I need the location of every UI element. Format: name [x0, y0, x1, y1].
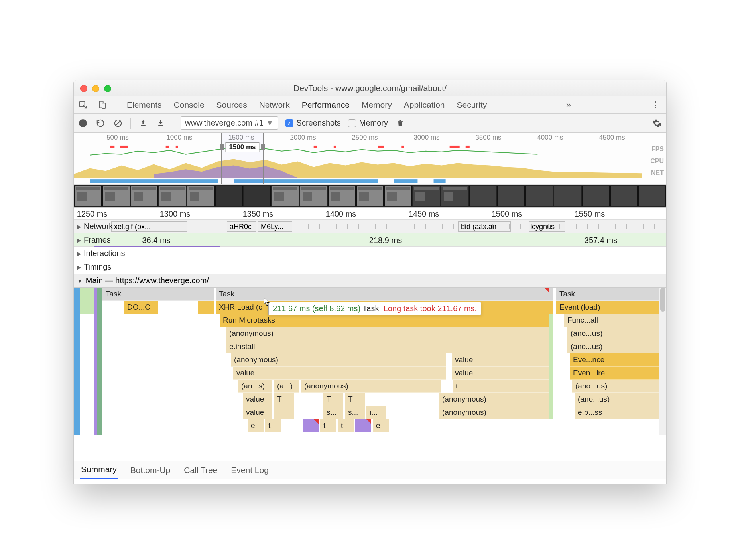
- network-item[interactable]: aHR0c: [227, 221, 256, 232]
- tab-elements[interactable]: Elements: [125, 100, 163, 110]
- inspect-icon[interactable]: [78, 100, 88, 110]
- trash-icon[interactable]: [395, 118, 405, 128]
- flame-task[interactable]: Task: [102, 288, 198, 301]
- filmstrip-thumb[interactable]: [244, 186, 271, 206]
- filmstrip-thumb[interactable]: [159, 186, 186, 206]
- filmstrip-thumb[interactable]: [469, 186, 497, 206]
- menu-icon[interactable]: ⋮: [649, 100, 662, 110]
- tab-network[interactable]: Network: [258, 100, 291, 110]
- filmstrip-thumb[interactable]: [356, 186, 384, 206]
- filmstrip-thumb[interactable]: [497, 186, 525, 206]
- frame-block[interactable]: 218.9 ms: [218, 235, 553, 245]
- flame-block[interactable]: t: [453, 380, 549, 393]
- tab-application[interactable]: Application: [402, 100, 447, 110]
- interactions-track[interactable]: ▶ Interactions: [74, 247, 666, 260]
- flame-block[interactable]: (anonymous): [231, 353, 446, 367]
- tab-call-tree[interactable]: Call Tree: [183, 461, 218, 479]
- flame-block[interactable]: T: [345, 393, 365, 406]
- maximize-icon[interactable]: [104, 85, 111, 92]
- flame-block[interactable]: (anonymous): [226, 327, 549, 340]
- flame-block[interactable]: t: [320, 419, 336, 432]
- flame-block[interactable]: (a...): [274, 380, 299, 393]
- flame-block[interactable]: t: [265, 419, 281, 432]
- tab-security[interactable]: Security: [455, 100, 488, 110]
- flame-block[interactable]: value: [243, 393, 272, 406]
- gear-icon[interactable]: [652, 118, 662, 128]
- timings-track[interactable]: ▶ Timings: [74, 260, 666, 274]
- filmstrip-thumb[interactable]: [187, 186, 215, 206]
- network-track-header[interactable]: ▶ Network: [74, 220, 113, 233]
- flame-block[interactable]: (anonymous): [439, 393, 549, 406]
- tab-summary[interactable]: Summary: [80, 461, 118, 479]
- frames-track[interactable]: ▶ Frames 36.4 ms 218.9 ms 357.4 ms: [74, 233, 666, 247]
- network-item[interactable]: M6Ly...: [258, 221, 292, 232]
- flame-block[interactable]: t: [338, 419, 354, 432]
- tab-event-log[interactable]: Event Log: [230, 461, 270, 479]
- clear-button[interactable]: [113, 118, 123, 128]
- network-item[interactable]: xel.gif (px...: [111, 221, 187, 232]
- flame-block[interactable]: T: [323, 393, 343, 406]
- filmstrip-thumb[interactable]: [74, 186, 102, 206]
- filmstrip-thumb[interactable]: [413, 186, 440, 206]
- filmstrip-thumb[interactable]: [328, 186, 356, 206]
- flame-block[interactable]: i...: [366, 406, 386, 419]
- reload-button[interactable]: [95, 118, 106, 128]
- selection-handle-left[interactable]: [220, 144, 224, 150]
- tab-memory[interactable]: Memory: [360, 100, 394, 110]
- flame-block[interactable]: Even...ire: [570, 367, 659, 380]
- flame-block[interactable]: (ano...us): [572, 380, 659, 393]
- filmstrip-thumb[interactable]: [441, 186, 468, 206]
- flame-chart[interactable]: Task DO...C Task XHR Load (c Run Microta…: [74, 288, 666, 435]
- filmstrip-thumb[interactable]: [300, 186, 327, 206]
- filmstrip-thumb[interactable]: [384, 186, 412, 206]
- flame-block[interactable]: (an...s): [238, 380, 272, 393]
- minimize-icon[interactable]: [92, 85, 99, 92]
- overview-panel[interactable]: 500 ms 1000 ms 1500 ms 2000 ms 2500 ms 3…: [74, 133, 666, 185]
- filmstrip-thumb[interactable]: [215, 186, 243, 206]
- filmstrip-thumb[interactable]: [272, 186, 299, 206]
- flame-block[interactable]: value: [452, 353, 549, 367]
- flame-block[interactable]: (ano...us): [567, 340, 659, 353]
- flame-block[interactable]: Func...all: [564, 314, 659, 327]
- overview-selection[interactable]: 1500 ms: [221, 133, 264, 184]
- filmstrip-thumb[interactable]: [131, 186, 158, 206]
- tab-sources[interactable]: Sources: [215, 100, 249, 110]
- scrollbar-vertical[interactable]: [659, 288, 666, 435]
- filmstrip-thumb[interactable]: [102, 186, 130, 206]
- frame-block[interactable]: 357.4 ms: [553, 235, 649, 245]
- interactions-track-header[interactable]: ▶ Interactions: [74, 247, 125, 260]
- filmstrip-thumb[interactable]: [638, 186, 666, 206]
- tabs-overflow-icon[interactable]: »: [564, 100, 573, 110]
- memory-checkbox[interactable]: Memory: [348, 118, 388, 128]
- tab-performance[interactable]: Performance: [300, 100, 351, 110]
- timings-track-header[interactable]: ▶ Timings: [74, 260, 111, 274]
- flame-block[interactable]: DO...C: [124, 301, 158, 314]
- flame-block[interactable]: Run Microtasks: [220, 314, 549, 327]
- flame-block[interactable]: e.p...ss: [575, 406, 659, 419]
- flame-block[interactable]: value: [233, 367, 446, 380]
- filmstrip-thumb[interactable]: [525, 186, 553, 206]
- tab-bottom-up[interactable]: Bottom-Up: [130, 461, 171, 479]
- flame-block[interactable]: value: [452, 367, 549, 380]
- flame-block[interactable]: (ano...us): [575, 393, 659, 406]
- screenshots-checkbox[interactable]: ✓ Screenshots: [285, 118, 341, 128]
- filmstrip-thumb[interactable]: [610, 186, 638, 206]
- selection-handle-right[interactable]: [261, 144, 265, 150]
- filmstrip[interactable]: [74, 185, 666, 208]
- flame-block[interactable]: (ano...us): [567, 327, 659, 340]
- flame-block[interactable]: (anonymous): [439, 406, 549, 419]
- flame-block[interactable]: Event (load): [556, 301, 659, 314]
- timeline-ruler[interactable]: 1250 ms 1300 ms 1350 ms 1400 ms 1450 ms …: [74, 208, 666, 220]
- flame-block-layout[interactable]: [355, 419, 371, 432]
- frame-block[interactable]: 36.4 ms: [94, 235, 218, 245]
- flame-block[interactable]: s...: [323, 406, 343, 419]
- main-track-header[interactable]: ▼ Main — https://www.theverge.com/: [74, 274, 666, 288]
- filmstrip-thumb[interactable]: [582, 186, 610, 206]
- flame-block-layout[interactable]: [303, 419, 319, 432]
- filmstrip-thumb[interactable]: [554, 186, 581, 206]
- flame-block[interactable]: e: [248, 419, 264, 432]
- network-track[interactable]: ▶ Network xel.gif (px... aHR0c M6Ly... b…: [74, 220, 666, 233]
- flame-block[interactable]: T: [274, 393, 294, 406]
- flame-block[interactable]: Eve...nce: [570, 353, 659, 367]
- recording-select[interactable]: www.theverge.com #1 ▼: [181, 116, 278, 130]
